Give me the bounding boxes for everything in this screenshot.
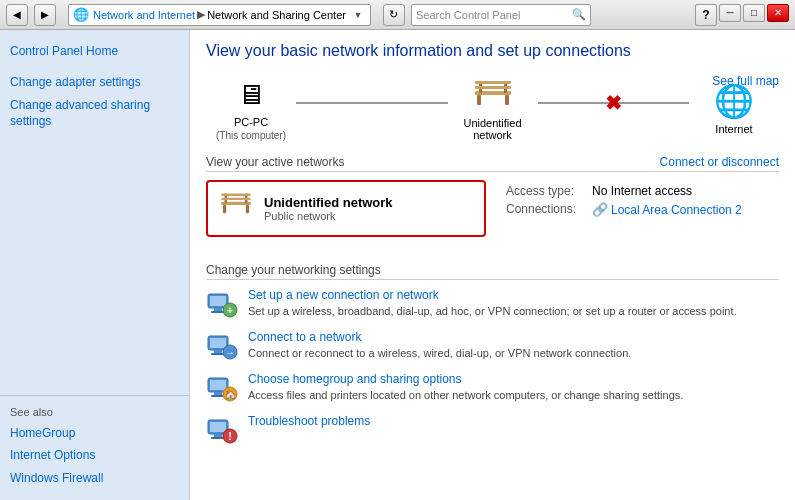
pc-label: PC-PC	[234, 116, 268, 128]
setting-content-0: Set up a new connection or network Set u…	[248, 288, 737, 319]
help-button[interactable]: ?	[695, 4, 717, 26]
unidentified-network-node: Unidentified network	[448, 75, 538, 141]
svg-rect-27	[210, 380, 226, 390]
connection-icon: 🔗	[592, 202, 608, 217]
svg-rect-21	[210, 338, 226, 348]
networking-settings-section: Change your networking settings + Set up…	[206, 263, 779, 446]
access-type-label: Access type:	[506, 184, 586, 198]
setting-content-2: Choose homegroup and sharing options Acc…	[248, 372, 683, 403]
title-bar-left: ◀ ▶ 🌐 Network and Internet ▶ Network and…	[6, 4, 591, 26]
address-separator: ▶	[197, 8, 205, 21]
address-path: Network and Internet ▶ Network and Shari…	[93, 8, 346, 21]
svg-rect-13	[221, 198, 250, 200]
network-card-info: Unidentified network Public network	[264, 195, 393, 222]
search-icon[interactable]: 🔍	[572, 8, 586, 21]
svg-rect-33	[210, 422, 226, 432]
window-controls: ? ─ □ ✕	[695, 4, 789, 26]
minimize-button[interactable]: ─	[719, 4, 741, 22]
svg-text:!: !	[228, 430, 232, 442]
sidebar-item-internet-options[interactable]: Internet Options	[10, 444, 179, 467]
pc-node: 🖥 PC-PC (This computer)	[206, 74, 296, 141]
error-icon: ✖	[605, 91, 622, 115]
setting-link-2[interactable]: Choose homegroup and sharing options	[248, 372, 683, 386]
svg-rect-9	[246, 205, 249, 213]
sidebar-item-change-adapter[interactable]: Change adapter settings	[10, 71, 179, 94]
svg-rect-22	[214, 350, 222, 353]
setting-item-3: ! Troubleshoot problems	[206, 414, 779, 446]
address-part1[interactable]: Network and Internet	[93, 9, 195, 21]
networking-settings-title: Change your networking settings	[206, 263, 779, 280]
connections-row: Connections: 🔗 Local Area Connection 2	[506, 202, 742, 217]
forward-button[interactable]: ▶	[34, 4, 56, 26]
connector-2: ✖	[538, 102, 690, 104]
connections-label: Connections:	[506, 202, 586, 217]
connection-value: Local Area Connection 2	[611, 203, 742, 217]
svg-text:→: →	[225, 347, 235, 358]
content-area: View your basic network information and …	[190, 30, 795, 500]
main-container: Control Panel Home Change adapter settin…	[0, 30, 795, 500]
connections-link[interactable]: 🔗 Local Area Connection 2	[592, 202, 742, 217]
internet-node: 🌐 Internet	[689, 81, 779, 135]
see-full-map-link[interactable]: See full map	[712, 74, 779, 88]
svg-rect-1	[477, 95, 481, 105]
setting-icon-1: →	[206, 330, 238, 362]
svg-rect-8	[223, 205, 226, 213]
sidebar-item-control-panel-home[interactable]: Control Panel Home	[10, 40, 179, 63]
address-dropdown-icon[interactable]: ▼	[350, 10, 366, 20]
network-icon-diagram	[469, 75, 517, 115]
active-networks-row: Unidentified network Public network Acce…	[206, 180, 779, 249]
setting-desc-1: Connect or reconnect to a wireless, wire…	[248, 346, 631, 361]
svg-text:+: +	[227, 305, 233, 316]
setting-content-3: Troubleshoot problems	[248, 414, 370, 430]
connect-disconnect-link[interactable]: Connect or disconnect	[660, 155, 779, 169]
see-also-title: See also	[10, 406, 179, 418]
network-card-icon	[218, 190, 254, 227]
search-bar[interactable]: Search Control Panel 🔍	[411, 4, 591, 26]
access-type-value: No Internet access	[592, 184, 692, 198]
line-1	[296, 102, 448, 104]
network-type: Public network	[264, 210, 393, 222]
access-info: Access type: No Internet access Connecti…	[506, 180, 742, 221]
search-placeholder: Search Control Panel	[416, 9, 521, 21]
sidebar-see-also: See also HomeGroup Internet Options Wind…	[0, 395, 189, 490]
close-button[interactable]: ✕	[767, 4, 789, 22]
access-type-row: Access type: No Internet access	[506, 184, 742, 198]
svg-rect-2	[505, 95, 509, 105]
svg-rect-12	[221, 194, 250, 196]
svg-rect-5	[475, 81, 511, 84]
setting-link-0[interactable]: Set up a new connection or network	[248, 288, 737, 302]
active-networks-label: View your active networks	[206, 155, 345, 169]
title-bar: ◀ ▶ 🌐 Network and Internet ▶ Network and…	[0, 0, 795, 30]
back-button[interactable]: ◀	[6, 4, 28, 26]
setting-icon-3: !	[206, 414, 238, 446]
svg-rect-6	[475, 86, 511, 89]
active-networks-header: View your active networks Connect or dis…	[206, 155, 779, 172]
sidebar-item-homegroup[interactable]: HomeGroup	[10, 422, 179, 445]
setting-icon-2: 🏠	[206, 372, 238, 404]
setting-link-1[interactable]: Connect to a network	[248, 330, 631, 344]
sidebar-item-windows-firewall[interactable]: Windows Firewall	[10, 467, 179, 490]
setting-desc-0: Set up a wireless, broadband, dial-up, a…	[248, 304, 737, 319]
setting-item-0: + Set up a new connection or network Set…	[206, 288, 779, 320]
network-diagram: 🖥 PC-PC (This computer)	[206, 74, 779, 141]
network-name: Unidentified network	[264, 195, 393, 210]
network-card[interactable]: Unidentified network Public network	[206, 180, 486, 237]
address-bar[interactable]: 🌐 Network and Internet ▶ Network and Sha…	[68, 4, 371, 26]
setting-content-1: Connect to a network Connect or reconnec…	[248, 330, 631, 361]
refresh-button[interactable]: ↻	[383, 4, 405, 26]
pc-sublabel: (This computer)	[216, 130, 286, 141]
sidebar-nav: Control Panel Home Change adapter settin…	[0, 40, 189, 133]
address-part2: Network and Sharing Center	[207, 9, 346, 21]
maximize-button[interactable]: □	[743, 4, 765, 22]
internet-label: Internet	[715, 123, 752, 135]
setting-item-2: 🏠 Choose homegroup and sharing options A…	[206, 372, 779, 404]
setting-icon-0: +	[206, 288, 238, 320]
svg-rect-34	[214, 434, 222, 437]
sidebar-item-advanced-sharing[interactable]: Change advanced sharing settings	[10, 94, 179, 134]
svg-rect-28	[214, 392, 222, 395]
setting-link-3[interactable]: Troubleshoot problems	[248, 414, 370, 428]
setting-desc-2: Access files and printers located on oth…	[248, 388, 683, 403]
svg-text:🏠: 🏠	[225, 389, 237, 401]
page-title: View your basic network information and …	[206, 42, 779, 60]
sidebar: Control Panel Home Change adapter settin…	[0, 30, 190, 500]
